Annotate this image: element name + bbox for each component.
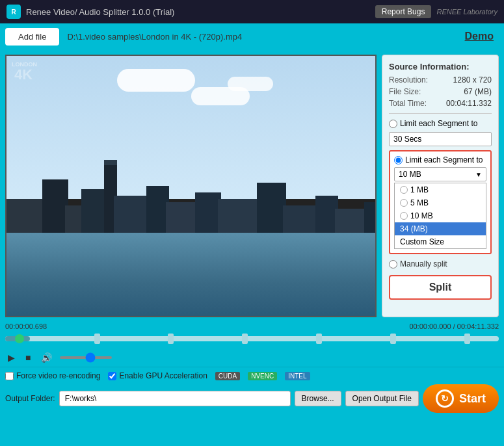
bottom-bar: Force video re-encoding Enable GPU Accel… [0,367,504,417]
resolution-label: Resolution: [389,75,428,85]
mb-option-10mb[interactable]: 10 MB [395,209,486,222]
limit-mb-label: Limit each Segment to [405,155,483,164]
controls-bar: ▶ ■ 🔊 [0,348,504,367]
total-time-display: 00:00:00.000 / 00:04:11.332 [409,322,499,330]
limit-mb-box: Limit each Segment to 10 MB ▼ 1 MB 5 MB [389,150,492,254]
mb-dropdown-container: 10 MB ▼ [394,167,486,181]
start-button[interactable]: ↻ Start [423,384,499,413]
secs-dropdown-container: 30 Secs [389,132,492,146]
topbar: Add file D:\1.video samples\London in 4K… [0,23,504,49]
option-radio-5mb [400,199,408,207]
volume-slider[interactable] [60,356,112,359]
play-button[interactable]: ▶ [5,351,18,364]
timeline-track-wrapper [5,332,499,346]
timeline-marker-5[interactable] [390,334,396,344]
timeline-area: 00:00:00.698 00:00:00.000 / 00:04:11.332 [0,322,504,346]
main-content: LONDON 4K Source Information: Resolution… [0,49,504,322]
mb-dropdown-list: 1 MB 5 MB 10 MB 34 (MB) Custom Size [394,183,486,249]
right-panel: Source Information: Resolution: 1280 x 7… [382,55,499,317]
mb-option-34mb[interactable]: 34 (MB) [395,222,486,235]
mb-option-1mb[interactable]: 1 MB [395,183,486,196]
app-icon-text: R [11,8,16,16]
force-reencode-checkbox[interactable] [5,372,14,380]
manually-split-label: Manually split [400,259,447,269]
open-output-button[interactable]: Open Output File [345,391,419,406]
app-icon: R [7,5,21,19]
file-size-row: File Size: 67 (MB) [389,87,492,96]
total-time-value: 00:04:11.332 [446,99,492,108]
titlebar: R Renee Video/ Audio Splitter 1.0.0 (Tri… [0,0,504,23]
gpu-label: Enable GPU Acceleration [119,371,207,380]
option-radio-1mb [400,186,408,194]
volume-button[interactable]: 🔊 [38,351,55,364]
timeline-marker-3[interactable] [242,334,248,344]
cuda-badge: CUDA [215,372,240,380]
output-folder-input[interactable] [59,391,291,406]
company-logo: RENEE Laboratory [436,8,497,16]
timeline-marker-6[interactable] [464,334,470,344]
gpu-checkbox[interactable] [108,372,116,380]
limit-secs-option[interactable]: Limit each Segment to [389,119,492,128]
demo-label: Demo [465,31,494,42]
video-panel: LONDON 4K [5,55,377,317]
scene-water [7,233,375,316]
output-row: Output Folder: Browse... Open Output Fil… [5,384,499,413]
nvenc-badge: NVENC [248,372,277,380]
timeline-marker-2[interactable] [168,334,174,344]
app-title: Renee Video/ Audio Splitter 1.0.0 (Trial… [26,7,375,17]
timeline-track[interactable] [5,336,499,341]
report-bugs-button[interactable]: Report Bugs [375,5,432,18]
watermark-big: 4K [14,68,33,82]
encoding-options-row: Force video re-encoding Enable GPU Accel… [5,371,499,380]
option-radio-10mb [400,212,408,220]
timeline-start-handle[interactable] [15,334,24,343]
time-display: 00:00:00.698 00:00:00.000 / 00:04:11.332 [5,322,499,330]
start-icon: ↻ [436,389,454,408]
intel-badge: INTEL [285,372,310,380]
source-info-title: Source Information: [389,62,492,72]
scene-buildings [7,147,375,238]
resolution-row: Resolution: 1280 x 720 [389,75,492,85]
file-size-value: 67 (MB) [464,87,492,96]
add-file-button[interactable]: Add file [5,28,59,46]
total-time-row: Total Time: 00:04:11.332 [389,99,492,108]
limit-secs-label: Limit each Segment to [400,119,477,128]
force-reencode-option[interactable]: Force video re-encoding [5,371,100,380]
gpu-option[interactable]: Enable GPU Acceleration [108,371,207,380]
cloud-3 [228,77,273,91]
file-size-label: File Size: [389,87,421,96]
secs-dropdown[interactable]: 30 Secs [389,132,492,146]
split-button[interactable]: Split [389,275,492,300]
total-time-label: Total Time: [389,99,427,108]
limit-secs-radio[interactable] [389,120,397,128]
manually-split-option[interactable]: Manually split [389,259,492,269]
mb-option-custom[interactable]: Custom Size [395,235,486,248]
browse-button[interactable]: Browse... [295,391,341,406]
force-reencode-label: Force video re-encoding [16,371,100,380]
limit-mb-option[interactable]: Limit each Segment to [394,155,486,164]
cloud-1 [117,69,195,92]
stop-button[interactable]: ■ [23,351,33,364]
timeline-marker-4[interactable] [316,334,322,344]
mb-dropdown-current[interactable]: 10 MB ▼ [394,167,486,181]
manually-split-radio[interactable] [389,260,397,269]
mb-option-5mb[interactable]: 5 MB [395,196,486,209]
file-path: D:\1.video samples\London in 4K - (720p)… [67,32,242,42]
limit-mb-radio[interactable] [394,156,403,164]
start-label: Start [459,392,486,406]
mb-dropdown-arrow: ▼ [475,171,482,178]
video-scene: LONDON 4K [7,56,375,316]
output-folder-label: Output Folder: [5,394,55,403]
timeline-marker-1[interactable] [94,334,100,344]
resolution-value: 1280 x 720 [453,75,492,85]
current-time: 00:00:00.698 [5,322,47,330]
mb-dropdown-value: 10 MB [399,170,421,179]
